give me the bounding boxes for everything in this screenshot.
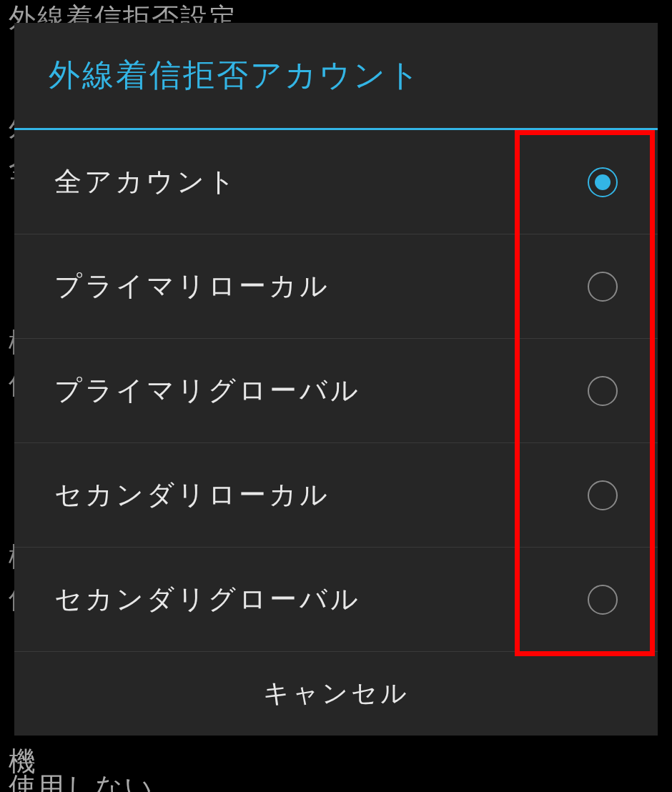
radio-icon[interactable]	[588, 480, 618, 510]
option-all-accounts[interactable]: 全アカウント	[14, 130, 658, 234]
cancel-button[interactable]: キャンセル	[14, 652, 658, 736]
radio-icon[interactable]	[588, 272, 618, 302]
option-label: セカンダリローカル	[54, 477, 330, 513]
dialog-title: 外線着信拒否アカウント	[14, 23, 658, 130]
account-selection-dialog: 外線着信拒否アカウント 全アカウント プライマリローカル プライマリグローバル …	[14, 23, 658, 736]
option-label: プライマリグローバル	[54, 372, 361, 409]
option-list: 全アカウント プライマリローカル プライマリグローバル セカンダリローカル セカ…	[14, 130, 658, 652]
radio-icon[interactable]	[588, 376, 618, 406]
option-primary-global[interactable]: プライマリグローバル	[14, 339, 658, 443]
option-label: セカンダリグローバル	[54, 581, 361, 618]
option-secondary-local[interactable]: セカンダリローカル	[14, 443, 658, 548]
option-label: プライマリローカル	[54, 268, 330, 305]
radio-icon[interactable]	[588, 585, 618, 615]
option-secondary-global[interactable]: セカンダリグローバル	[14, 548, 658, 652]
radio-icon[interactable]	[588, 167, 618, 197]
option-label: 全アカウント	[54, 164, 238, 200]
background-text: 使用しない	[9, 769, 154, 792]
option-primary-local[interactable]: プライマリローカル	[14, 234, 658, 339]
